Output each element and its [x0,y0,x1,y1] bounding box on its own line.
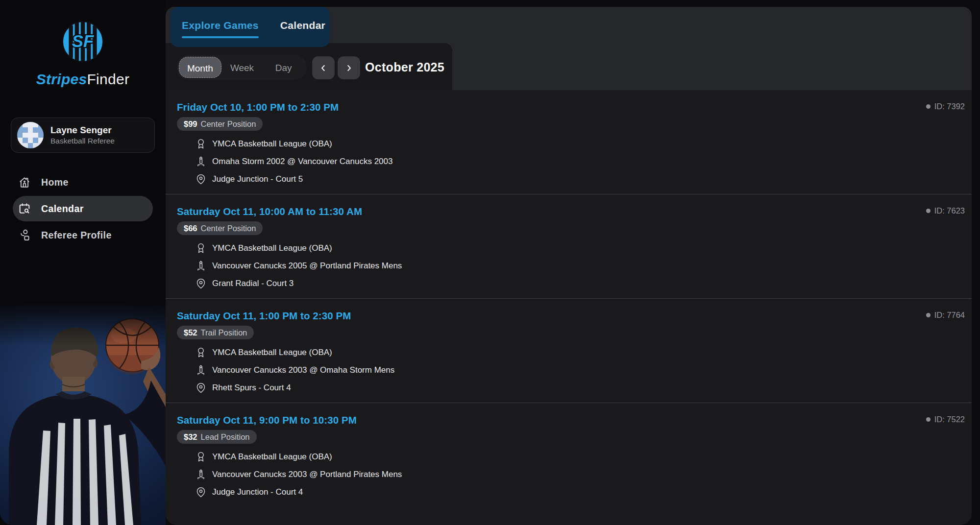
position-name: Center Position [201,224,256,233]
matchup-text: Vancouver Canucks 2003 @ Omaha Storm Men… [212,365,394,375]
league-row: YMCA Basketball League (OBA) [195,137,965,151]
matchup-text: Omaha Storm 2002 @ Vancouver Canucks 200… [212,157,392,167]
award-icon [195,242,207,254]
game-id-badge: ID: 7764 [926,310,965,320]
sidebar: SF StripesFinder Layne Senger Basketball… [0,0,166,525]
league-row: YMCA Basketball League (OBA) [195,450,965,464]
league-row: YMCA Basketball League (OBA) [195,346,965,359]
sidebar-item-referee-profile[interactable]: Referee Profile [13,222,153,248]
tower-icon [195,364,207,376]
game-datetime: Saturday Oct 11, 10:00 AM to 11:30 AM [177,205,965,218]
sidebar-nav: Home Calendar Referee Profi [0,169,166,248]
league-name: YMCA Basketball League (OBA) [212,243,332,253]
game-datetime: Saturday Oct 11, 1:00 PM to 2:30 PM [177,310,965,322]
game-id-text: ID: 7764 [934,310,965,320]
game-id-text: ID: 7623 [934,206,965,215]
tab-label: Explore Games [182,20,259,31]
matchup-row: Vancouver Canucks 2005 @ Portland Pirate… [195,259,965,273]
tower-icon [195,469,207,480]
photo-fade [0,302,166,346]
map-pin-icon [195,382,207,394]
sidebar-item-calendar[interactable]: Calendar [13,196,153,221]
league-name: YMCA Basketball League (OBA) [212,348,332,358]
map-pin-icon [195,486,207,498]
main-content: Explore Games Calendar Month Week Day Oc… [166,0,972,525]
chevron-left-icon [318,63,328,73]
brand-finder: Finder [87,71,129,87]
location-row: Rhett Spurs - Court 4 [195,381,965,395]
league-row: YMCA Basketball League (OBA) [195,241,965,255]
game-datetime: Friday Oct 10, 1:00 PM to 2:30 PM [177,101,965,114]
location-row: Judge Junction - Court 4 [195,485,965,499]
game-card[interactable]: Saturday Oct 11, 1:00 PM to 2:30 PM ID: … [166,299,972,403]
game-datetime: Saturday Oct 11, 9:00 PM to 10:30 PM [177,414,965,427]
pay-position-badge: $32 Lead Position [177,430,257,444]
tab-bar: Explore Games Calendar [171,7,330,47]
award-icon [195,347,207,358]
sidebar-item-label: Home [41,177,69,188]
matchup-text: Vancouver Canucks 2003 @ Portland Pirate… [212,470,402,479]
brand[interactable]: SF StripesFinder [0,20,166,87]
status-dot-icon [926,313,931,317]
user-role: Basketball Referee [50,136,115,146]
game-id-badge: ID: 7623 [926,206,965,215]
status-dot-icon [926,417,931,422]
position-name: Trail Position [201,328,247,337]
view-week-button[interactable]: Week [221,57,263,78]
brand-name: StripesFinder [0,72,166,87]
game-id-badge: ID: 7522 [926,415,965,424]
pay-amount: $99 [184,119,197,129]
position-name: Lead Position [201,432,250,442]
calendar-search-icon [18,202,31,215]
view-day-button[interactable]: Day [263,57,304,78]
matchup-row: Vancouver Canucks 2003 @ Portland Pirate… [195,468,965,481]
tab-explore-games[interactable]: Explore Games [182,20,259,38]
tower-icon [195,156,207,167]
next-month-button[interactable] [338,56,360,79]
location-row: Judge Junction - Court 5 [195,172,965,186]
location-text: Grant Radial - Court 3 [212,279,294,288]
sidebar-item-home[interactable]: Home [13,169,153,195]
pay-amount: $52 [184,328,197,337]
map-pin-icon [195,278,207,289]
view-month-button[interactable]: Month [179,57,221,78]
view-switcher: Month Week Day [177,55,306,80]
location-text: Judge Junction - Court 5 [212,174,303,184]
pay-amount: $66 [184,224,197,233]
game-details: YMCA Basketball League (OBA) Vancouver C… [177,241,965,290]
matchup-row: Vancouver Canucks 2003 @ Omaha Storm Men… [195,363,965,377]
map-pin-icon [195,173,207,185]
game-id-text: ID: 7522 [934,415,965,424]
prev-month-button[interactable] [312,56,335,79]
tab-label: Calendar [280,20,325,31]
game-card[interactable]: Saturday Oct 11, 9:00 PM to 10:30 PM ID:… [166,403,972,507]
pay-amount: $32 [184,432,197,442]
game-id-badge: ID: 7392 [926,102,965,111]
brand-stripes: Stripes [36,71,87,87]
matchup-text: Vancouver Canucks 2005 @ Portland Pirate… [212,261,402,271]
award-icon [195,138,207,150]
home-icon [18,175,31,189]
tab-calendar[interactable]: Calendar [280,20,325,38]
league-name: YMCA Basketball League (OBA) [212,452,332,462]
user-card[interactable]: Layne Senger Basketball Referee [11,118,155,153]
game-details: YMCA Basketball League (OBA) Vancouver C… [177,346,965,395]
avatar [17,122,44,148]
game-card[interactable]: Saturday Oct 11, 10:00 AM to 11:30 AM ID… [166,194,972,299]
user-name: Layne Senger [50,124,115,136]
basketball-sf-logo-icon: SF [61,20,105,64]
sidebar-item-label: Calendar [41,203,84,215]
referee-photo [0,302,166,525]
pay-position-badge: $99 Center Position [177,117,263,131]
tower-icon [195,260,207,272]
location-text: Rhett Spurs - Court 4 [212,383,291,393]
referee-person-icon [18,228,31,242]
user-info: Layne Senger Basketball Referee [50,124,115,146]
pay-position-badge: $52 Trail Position [177,326,254,339]
matchup-row: Omaha Storm 2002 @ Vancouver Canucks 200… [195,155,965,168]
pay-position-badge: $66 Center Position [177,221,263,235]
game-card[interactable]: Friday Oct 10, 1:00 PM to 2:30 PM ID: 73… [166,90,972,194]
award-icon [195,451,207,463]
league-name: YMCA Basketball League (OBA) [212,139,332,149]
game-details: YMCA Basketball League (OBA) Omaha Storm… [177,137,965,186]
